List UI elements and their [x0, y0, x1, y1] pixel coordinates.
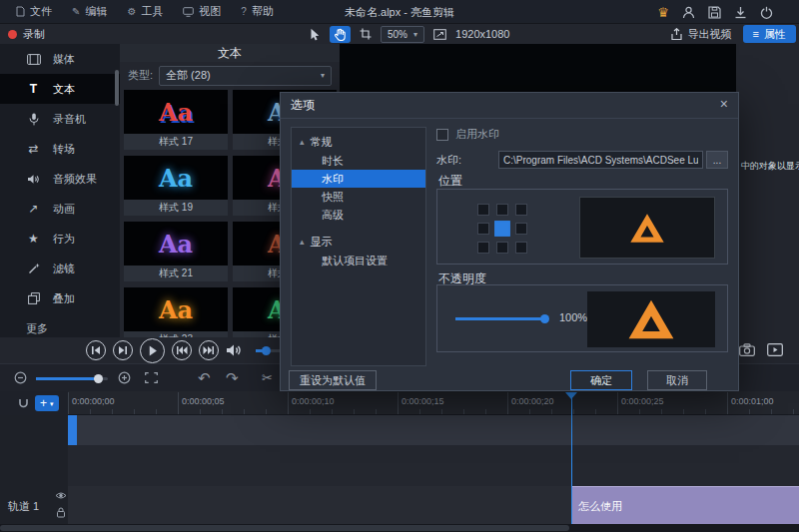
- playback-extra-tools: [739, 343, 783, 356]
- watermark-path-input[interactable]: [498, 151, 703, 169]
- acdsee-logo: [629, 213, 665, 244]
- sidebar-item-transitions[interactable]: ⇄ 转场: [0, 134, 120, 164]
- track-visibility-eye-icon[interactable]: [55, 491, 67, 500]
- sidebar-item-audio-effects[interactable]: 音频效果: [0, 164, 120, 194]
- jump-end-button[interactable]: [199, 340, 219, 360]
- menu-view[interactable]: 视图: [173, 0, 231, 23]
- redo-icon[interactable]: ↷: [226, 370, 239, 385]
- enable-watermark-checkbox[interactable]: [436, 129, 448, 141]
- tree-item-advanced[interactable]: 高级: [292, 206, 425, 224]
- dialog-title: 选项: [291, 97, 315, 114]
- hand-tool-button[interactable]: [330, 26, 351, 43]
- seek-forward-button[interactable]: [113, 340, 133, 360]
- download-icon[interactable]: [734, 6, 747, 19]
- options-dialog: 选项 × ▴ 常规 时长 水印 快照 高级 ▴ 显示 默认项目设置 启用水印: [280, 92, 739, 391]
- browse-button[interactable]: ...: [706, 151, 728, 169]
- zoom-slider-handle[interactable]: [94, 374, 103, 383]
- watermark-path-row: 水印: ...: [436, 151, 728, 169]
- volume-icon[interactable]: [226, 343, 242, 357]
- menu-help[interactable]: ? 帮助: [231, 0, 284, 23]
- position-cell-bottom-right[interactable]: [515, 242, 527, 254]
- seek-bar-handle[interactable]: [262, 346, 271, 355]
- position-cell-middle-right[interactable]: [515, 223, 527, 235]
- cursor-tool-icon[interactable]: [310, 28, 321, 41]
- sidebar-item-recorder[interactable]: 录音机: [0, 104, 120, 134]
- position-cell-bottom-center[interactable]: [496, 242, 508, 254]
- cancel-button[interactable]: 取消: [647, 370, 707, 390]
- tree-item-watermark[interactable]: 水印: [292, 170, 425, 188]
- tree-group-label: 常规: [311, 135, 333, 150]
- upgrade-crown-icon[interactable]: ♛: [657, 6, 669, 19]
- watermark-label: 水印:: [436, 153, 498, 168]
- canvas-size-icon[interactable]: [433, 29, 446, 40]
- preview-record-icon[interactable]: [767, 343, 783, 356]
- type-select[interactable]: 全部 (28) ▾: [159, 66, 332, 86]
- small-blue-clip[interactable]: [68, 415, 77, 445]
- sidebar-item-animation[interactable]: ↗ 动画: [0, 194, 120, 224]
- record-button[interactable]: 录制: [8, 24, 45, 44]
- scrollbar-thumb[interactable]: [0, 525, 569, 531]
- menu-edit[interactable]: ✎ 编辑: [62, 0, 117, 23]
- text-style-card[interactable]: Aa 样式 17: [124, 90, 228, 150]
- menu-tools[interactable]: ⚙ 工具: [117, 0, 173, 23]
- sidebar-item-label: 动画: [53, 202, 75, 217]
- titlebar: 文件 ✎ 编辑 ⚙ 工具 视图 ? 帮助 未命名.alpx - 亮鱼剪辑 ♛: [0, 0, 799, 24]
- sidebar: 媒体 T 文本 录音机 ⇄ 转场 音频效果 ↗ 动画 ★ 行为 滤镜: [0, 44, 120, 359]
- jump-start-button[interactable]: [172, 340, 192, 360]
- sidebar-item-media[interactable]: 媒体: [0, 44, 120, 74]
- timeline-ruler[interactable]: 0:00:00;00 0:00:00;05 0:00:00;10 0:00:00…: [0, 391, 799, 415]
- sidebar-item-overlay[interactable]: 叠加: [0, 283, 120, 313]
- tree-item-default-project-settings[interactable]: 默认项目设置: [292, 252, 425, 269]
- sidebar-scrollbar[interactable]: [115, 70, 119, 106]
- seek-back-button[interactable]: [86, 340, 106, 360]
- sidebar-item-filters[interactable]: 滤镜: [0, 254, 120, 283]
- play-button[interactable]: [140, 338, 165, 363]
- tree-item-duration[interactable]: 时长: [292, 152, 425, 170]
- position-cell-top-right[interactable]: [515, 204, 527, 216]
- wand-icon: [26, 263, 41, 274]
- position-cell-middle-left[interactable]: [477, 223, 489, 235]
- fit-timeline-icon[interactable]: [145, 372, 158, 383]
- position-cell-top-left[interactable]: [477, 204, 489, 216]
- properties-button[interactable]: ≡ 属性: [743, 25, 796, 43]
- power-icon[interactable]: [760, 6, 773, 19]
- opacity-slider-handle[interactable]: [540, 314, 549, 323]
- sidebar-item-text[interactable]: T 文本: [0, 74, 120, 104]
- titlebar-actions: ♛: [657, 0, 773, 24]
- snapshot-camera-icon[interactable]: [739, 343, 755, 356]
- user-account-icon[interactable]: [682, 6, 695, 19]
- opacity-slider[interactable]: [455, 317, 545, 320]
- timeline-zoom-slider[interactable]: [36, 377, 108, 380]
- preview-tools: 50% ▾ 1920x1080: [310, 24, 509, 44]
- tree-group-general[interactable]: ▴ 常规: [292, 132, 425, 152]
- track-lane-top[interactable]: [68, 415, 799, 445]
- position-cell-center-selected[interactable]: [494, 221, 510, 237]
- ruler-tick: [617, 392, 618, 414]
- timeline-clip[interactable]: 怎么使用: [571, 486, 799, 524]
- timeline-horizontal-scrollbar[interactable]: [0, 524, 799, 532]
- text-style-card[interactable]: Aa 样式 21: [124, 222, 228, 281]
- zoom-out-icon[interactable]: [14, 371, 27, 384]
- tree-group-display[interactable]: ▴ 显示: [292, 232, 425, 252]
- text-style-card[interactable]: Aa 样式 19: [124, 156, 228, 216]
- ok-button[interactable]: 确定: [570, 370, 632, 390]
- reset-defaults-button[interactable]: 重设为默认值: [289, 370, 377, 390]
- menu-file[interactable]: 文件: [6, 0, 62, 23]
- undo-icon[interactable]: ↶: [198, 370, 211, 385]
- add-track-button[interactable]: + ▾: [35, 395, 59, 411]
- save-icon[interactable]: [708, 6, 721, 19]
- watermark-position-grid: [477, 204, 527, 254]
- tree-item-snapshot[interactable]: 快照: [292, 188, 425, 206]
- crop-tool-icon[interactable]: [360, 28, 372, 40]
- position-cell-bottom-left[interactable]: [477, 242, 489, 254]
- export-video-button[interactable]: 导出视频: [670, 27, 732, 42]
- sidebar-item-label: 叠加: [53, 291, 75, 306]
- track-lock-icon[interactable]: [56, 507, 66, 518]
- sidebar-item-behaviors[interactable]: ★ 行为: [0, 224, 120, 254]
- position-cell-top-center[interactable]: [496, 204, 508, 216]
- preview-zoom-select[interactable]: 50% ▾: [381, 26, 424, 43]
- zoom-in-icon[interactable]: [118, 371, 131, 384]
- split-scissors-icon[interactable]: ✂: [262, 370, 273, 385]
- close-icon[interactable]: ×: [720, 97, 728, 111]
- magnet-snap-icon[interactable]: [18, 398, 29, 409]
